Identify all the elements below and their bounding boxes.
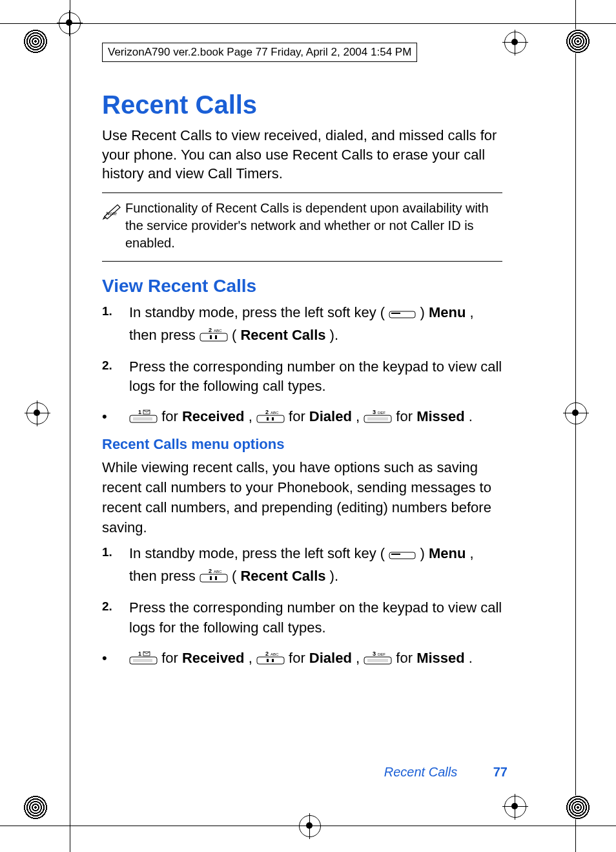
svg-rect-1	[389, 311, 415, 318]
bullet-item: • 1 for Received , 2ABC for Dialed , 3DE…	[102, 406, 502, 430]
svg-rect-14	[272, 417, 274, 421]
note-block: Note Functionality of Recent Calls is de…	[102, 200, 502, 252]
svg-text:2: 2	[209, 327, 212, 333]
registration-mark	[563, 400, 589, 426]
key-1-icon: 1	[129, 650, 158, 671]
svg-text:ABC: ABC	[271, 652, 279, 656]
text: ).	[330, 327, 338, 343]
text: for	[396, 408, 416, 424]
text: (	[232, 568, 236, 584]
step-number: 2.	[102, 357, 129, 397]
subsection-heading: Recent Calls menu options	[102, 436, 502, 453]
text: Press the corresponding number on the ke…	[129, 598, 502, 638]
note-icon: Note	[102, 200, 125, 223]
label-missed: Missed	[416, 650, 465, 666]
corner-ornament	[23, 795, 48, 820]
text: ,	[356, 408, 364, 424]
svg-text:ABC: ABC	[214, 570, 222, 574]
svg-rect-18	[367, 417, 388, 421]
svg-rect-23	[200, 574, 227, 582]
text: for	[161, 650, 182, 666]
label-dialed: Dialed	[309, 408, 352, 424]
svg-text:DEF: DEF	[378, 652, 385, 656]
svg-rect-4	[210, 335, 212, 339]
key-3-icon: 3DEF	[364, 408, 392, 430]
step-item: 2. Press the corresponding number on the…	[102, 357, 502, 397]
key-1-icon: 1	[129, 408, 158, 430]
label-missed: Missed	[416, 408, 465, 424]
bullet-list: • 1 for Received , 2ABC for Dialed , 3DE…	[102, 647, 502, 671]
text: for	[161, 408, 182, 424]
text: )	[420, 545, 428, 561]
svg-text:2: 2	[265, 651, 269, 657]
key-3-icon: 3DEF	[364, 650, 392, 671]
text: ,	[249, 650, 256, 666]
bullet-item: • 1 for Received , 2ABC for Dialed , 3DE…	[102, 647, 502, 671]
svg-text:ABC: ABC	[214, 329, 222, 333]
svg-rect-12	[257, 415, 284, 422]
key-2-icon: 2ABC	[200, 327, 228, 348]
footer-section-label: Recent Calls	[384, 765, 457, 779]
svg-rect-33	[267, 659, 269, 662]
registration-mark	[502, 794, 528, 820]
corner-ornament	[566, 795, 590, 820]
corner-ornament	[566, 29, 590, 54]
svg-rect-9	[133, 417, 152, 421]
svg-rect-3	[200, 333, 227, 341]
bullet-icon: •	[102, 647, 129, 671]
step-item: 2. Press the corresponding number on the…	[102, 598, 502, 638]
book-page-header: VerizonA790 ver.2.book Page 77 Friday, A…	[102, 43, 417, 62]
key-2-icon: 2ABC	[200, 568, 228, 589]
svg-rect-29	[133, 659, 152, 662]
key-2-icon: 2ABC	[256, 650, 285, 671]
text: for	[289, 408, 309, 424]
svg-text:2: 2	[265, 410, 269, 415]
page-footer: Recent Calls 77	[0, 765, 616, 780]
body-paragraph: While viewing recent calls, you have opt…	[102, 458, 502, 537]
divider	[102, 261, 502, 262]
divider	[102, 192, 502, 193]
label-recent-calls: Recent Calls	[240, 568, 325, 584]
text: for	[396, 650, 416, 666]
label-menu: Menu	[429, 304, 466, 320]
label-recent-calls: Recent Calls	[240, 327, 325, 343]
label-received: Received	[182, 650, 245, 666]
registration-mark	[502, 30, 528, 56]
text: .	[469, 650, 473, 666]
registration-mark	[57, 10, 83, 36]
label-received: Received	[182, 408, 245, 424]
svg-text:3: 3	[373, 410, 376, 415]
text: (	[232, 327, 236, 343]
softkey-icon	[389, 306, 416, 326]
svg-text:ABC: ABC	[271, 411, 279, 415]
step-item: 1. In standby mode, press the left soft …	[102, 303, 502, 348]
svg-rect-21	[389, 552, 415, 559]
registration-mark	[297, 813, 323, 839]
text: )	[420, 304, 428, 320]
svg-rect-2	[391, 313, 400, 314]
svg-text:1: 1	[138, 410, 141, 415]
label-dialed: Dialed	[309, 650, 352, 666]
svg-rect-34	[272, 659, 274, 662]
key-2-icon: 2ABC	[256, 408, 285, 430]
svg-text:2: 2	[209, 568, 212, 574]
step-number: 2.	[102, 598, 129, 638]
svg-text:1: 1	[138, 651, 141, 657]
bullet-list: • 1 for Received , 2ABC for Dialed , 3DE…	[102, 406, 502, 430]
svg-text:Note: Note	[106, 211, 117, 216]
steps-list: 1. In standby mode, press the left soft …	[102, 544, 502, 638]
text: ,	[249, 408, 256, 424]
page-number: 77	[493, 765, 508, 779]
page-title: Recent Calls	[102, 90, 502, 119]
step-number: 1.	[102, 303, 129, 348]
text: In standby mode, press the left soft key…	[129, 545, 389, 561]
step-number: 1.	[102, 544, 129, 589]
bullet-icon: •	[102, 406, 129, 430]
corner-ornament	[23, 29, 48, 54]
steps-list: 1. In standby mode, press the left soft …	[102, 303, 502, 397]
page-content: Recent Calls Use Recent Calls to view re…	[102, 90, 502, 676]
svg-rect-24	[210, 576, 212, 580]
svg-rect-22	[391, 554, 400, 555]
section-heading: View Recent Calls	[102, 276, 502, 296]
label-menu: Menu	[429, 545, 466, 561]
